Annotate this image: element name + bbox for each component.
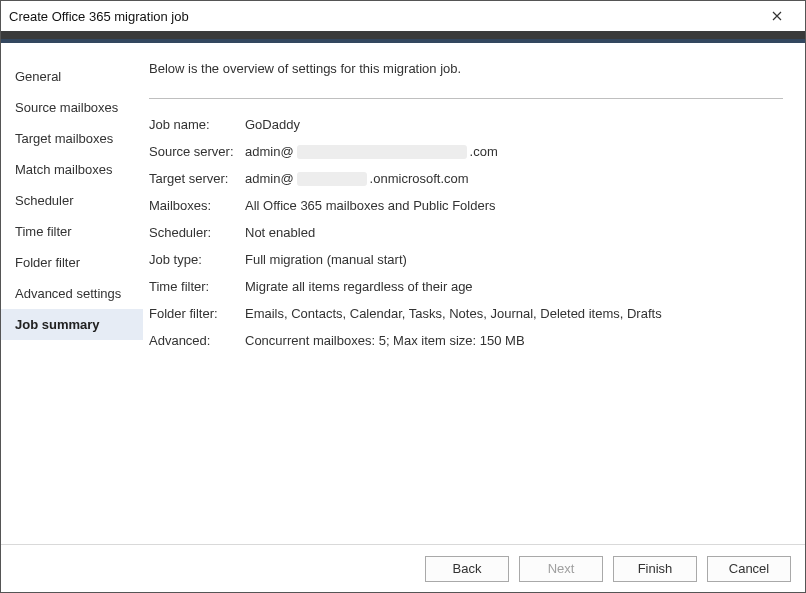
source-server-suffix: .com: [470, 144, 498, 159]
sidebar-item-match-mailboxes[interactable]: Match mailboxes: [1, 154, 143, 185]
sidebar-item-folder-filter[interactable]: Folder filter: [1, 247, 143, 278]
wizard-window: Create Office 365 migration job General …: [0, 0, 806, 593]
page-intro: Below is the overview of settings for th…: [149, 61, 783, 76]
label-mailboxes: Mailboxes:: [149, 198, 245, 213]
window-close-button[interactable]: [757, 1, 797, 31]
label-job-type: Job type:: [149, 252, 245, 267]
row-job-type: Job type: Full migration (manual start): [149, 252, 783, 267]
sidebar-item-label: Time filter: [15, 224, 72, 239]
redacted-block: [297, 145, 467, 159]
label-time-filter: Time filter:: [149, 279, 245, 294]
sidebar-item-label: Scheduler: [15, 193, 74, 208]
value-scheduler: Not enabled: [245, 225, 783, 240]
value-job-type: Full migration (manual start): [245, 252, 783, 267]
value-job-name: GoDaddy: [245, 117, 783, 132]
row-scheduler: Scheduler: Not enabled: [149, 225, 783, 240]
cancel-button[interactable]: Cancel: [707, 556, 791, 582]
source-server-prefix: admin@: [245, 144, 294, 159]
wizard-sidebar: General Source mailboxes Target mailboxe…: [1, 43, 143, 544]
row-mailboxes: Mailboxes: All Office 365 mailboxes and …: [149, 198, 783, 213]
value-folder-filter: Emails, Contacts, Calendar, Tasks, Notes…: [245, 306, 783, 321]
sidebar-item-advanced-settings[interactable]: Advanced settings: [1, 278, 143, 309]
row-folder-filter: Folder filter: Emails, Contacts, Calenda…: [149, 306, 783, 321]
label-target-server: Target server:: [149, 171, 245, 186]
sidebar-item-label: Source mailboxes: [15, 100, 118, 115]
next-button: Next: [519, 556, 603, 582]
sidebar-item-label: Target mailboxes: [15, 131, 113, 146]
row-target-server: Target server: admin@ .onmicrosoft.com: [149, 171, 783, 186]
finish-button[interactable]: Finish: [613, 556, 697, 582]
sidebar-item-source-mailboxes[interactable]: Source mailboxes: [1, 92, 143, 123]
sidebar-item-target-mailboxes[interactable]: Target mailboxes: [1, 123, 143, 154]
sidebar-item-label: Job summary: [15, 317, 100, 332]
redacted-block: [297, 172, 367, 186]
value-source-server: admin@ .com: [245, 144, 783, 159]
sidebar-item-general[interactable]: General: [1, 61, 143, 92]
sidebar-item-label: Folder filter: [15, 255, 80, 270]
close-icon: [772, 11, 782, 21]
wizard-content: Below is the overview of settings for th…: [143, 43, 805, 544]
sidebar-item-job-summary[interactable]: Job summary: [1, 309, 143, 340]
target-server-suffix: .onmicrosoft.com: [370, 171, 469, 186]
target-server-prefix: admin@: [245, 171, 294, 186]
sidebar-item-label: Match mailboxes: [15, 162, 113, 177]
label-job-name: Job name:: [149, 117, 245, 132]
header-stripe-dark: [1, 31, 805, 39]
label-folder-filter: Folder filter:: [149, 306, 245, 321]
label-source-server: Source server:: [149, 144, 245, 159]
row-source-server: Source server: admin@ .com: [149, 144, 783, 159]
row-advanced: Advanced: Concurrent mailboxes: 5; Max i…: [149, 333, 783, 348]
value-advanced: Concurrent mailboxes: 5; Max item size: …: [245, 333, 783, 348]
separator: [149, 98, 783, 99]
sidebar-item-label: General: [15, 69, 61, 84]
sidebar-item-scheduler[interactable]: Scheduler: [1, 185, 143, 216]
back-button[interactable]: Back: [425, 556, 509, 582]
value-mailboxes: All Office 365 mailboxes and Public Fold…: [245, 198, 783, 213]
label-advanced: Advanced:: [149, 333, 245, 348]
row-job-name: Job name: GoDaddy: [149, 117, 783, 132]
value-time-filter: Migrate all items regardless of their ag…: [245, 279, 783, 294]
row-time-filter: Time filter: Migrate all items regardles…: [149, 279, 783, 294]
titlebar: Create Office 365 migration job: [1, 1, 805, 31]
sidebar-item-time-filter[interactable]: Time filter: [1, 216, 143, 247]
label-scheduler: Scheduler:: [149, 225, 245, 240]
sidebar-item-label: Advanced settings: [15, 286, 121, 301]
value-target-server: admin@ .onmicrosoft.com: [245, 171, 783, 186]
wizard-footer: Back Next Finish Cancel: [1, 544, 805, 592]
window-title: Create Office 365 migration job: [9, 9, 757, 24]
wizard-body: General Source mailboxes Target mailboxe…: [1, 43, 805, 544]
